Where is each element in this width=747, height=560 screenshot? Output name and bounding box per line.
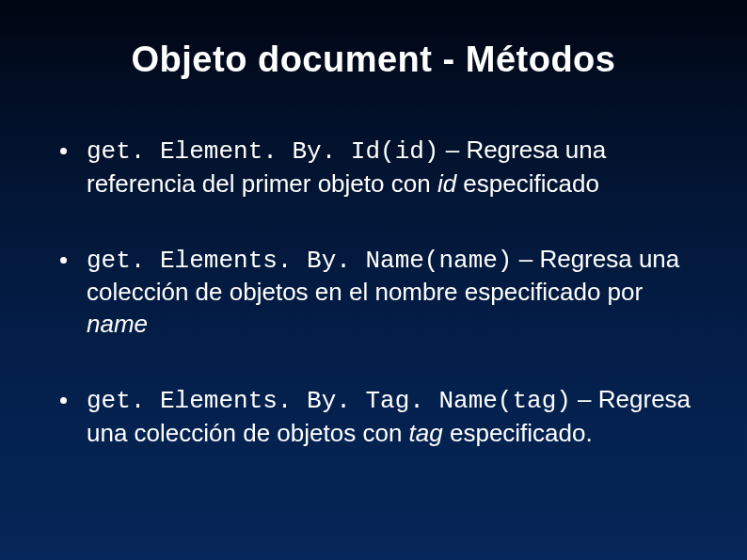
- slide-title: Objeto document - Métodos: [0, 0, 747, 97]
- method-list: get. Element. By. Id(id) – Regresa una r…: [51, 135, 696, 450]
- method-em: id: [437, 169, 456, 198]
- slide-content: get. Element. By. Id(id) – Regresa una r…: [0, 97, 747, 450]
- list-item: get. Element. By. Id(id) – Regresa una r…: [51, 135, 696, 200]
- method-desc-tail: especificado: [456, 169, 599, 198]
- list-item: get. Elements. By. Name(name) – Regresa …: [51, 244, 696, 341]
- method-desc-tail: especificado.: [443, 419, 593, 447]
- method-em: tag: [409, 419, 443, 447]
- method-code: get. Elements. By. Tag. Name(tag): [87, 387, 571, 415]
- method-code: get. Elements. By. Name(name): [87, 247, 512, 275]
- slide: Objeto document - Métodos get. Element. …: [0, 0, 747, 560]
- method-em: name: [87, 310, 148, 338]
- list-item: get. Elements. By. Tag. Name(tag) – Regr…: [51, 384, 696, 450]
- method-code: get. Element. By. Id(id): [87, 137, 438, 166]
